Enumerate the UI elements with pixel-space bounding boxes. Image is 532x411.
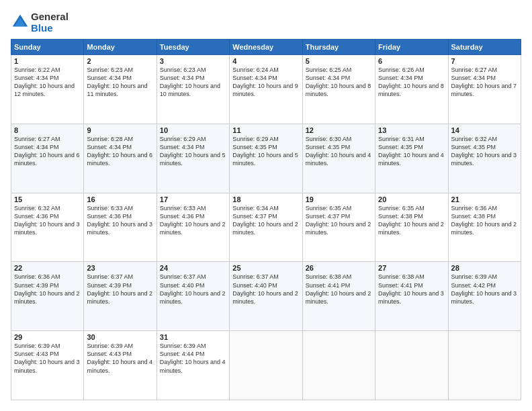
table-row: 13 Sunrise: 6:31 AM Sunset: 4:35 PM Dayl… bbox=[375, 124, 448, 193]
day-number: 31 bbox=[160, 333, 226, 341]
table-row: 25 Sunrise: 6:37 AM Sunset: 4:40 PM Dayl… bbox=[230, 262, 302, 331]
day-number: 3 bbox=[160, 57, 226, 65]
day-info: Sunrise: 6:36 AM Sunset: 4:39 PM Dayligh… bbox=[14, 273, 81, 306]
day-number: 16 bbox=[87, 195, 153, 203]
day-number: 21 bbox=[451, 195, 518, 203]
table-row: 16 Sunrise: 6:33 AM Sunset: 4:36 PM Dayl… bbox=[84, 193, 157, 262]
day-info: Sunrise: 6:35 AM Sunset: 4:37 PM Dayligh… bbox=[306, 204, 372, 237]
table-row: 6 Sunrise: 6:26 AM Sunset: 4:34 PM Dayli… bbox=[375, 55, 448, 124]
table-row: 10 Sunrise: 6:29 AM Sunset: 4:34 PM Dayl… bbox=[157, 124, 229, 193]
table-row: 3 Sunrise: 6:23 AM Sunset: 4:34 PM Dayli… bbox=[157, 55, 229, 124]
table-row bbox=[375, 331, 448, 400]
table-row: 8 Sunrise: 6:27 AM Sunset: 4:34 PM Dayli… bbox=[11, 124, 84, 193]
table-row: 7 Sunrise: 6:27 AM Sunset: 4:34 PM Dayli… bbox=[448, 55, 521, 124]
table-row bbox=[448, 331, 521, 400]
table-row: 11 Sunrise: 6:29 AM Sunset: 4:35 PM Dayl… bbox=[230, 124, 302, 193]
table-row: 21 Sunrise: 6:36 AM Sunset: 4:38 PM Dayl… bbox=[448, 193, 521, 262]
table-row: 30 Sunrise: 6:39 AM Sunset: 4:43 PM Dayl… bbox=[84, 331, 157, 400]
calendar-row: 29 Sunrise: 6:39 AM Sunset: 4:43 PM Dayl… bbox=[11, 331, 521, 400]
table-row: 24 Sunrise: 6:37 AM Sunset: 4:40 PM Dayl… bbox=[157, 262, 229, 331]
day-info: Sunrise: 6:39 AM Sunset: 4:43 PM Dayligh… bbox=[14, 342, 81, 375]
logo-text-blue: Blue bbox=[31, 22, 69, 34]
day-info: Sunrise: 6:23 AM Sunset: 4:34 PM Dayligh… bbox=[87, 66, 153, 99]
col-sunday: Sunday bbox=[11, 40, 84, 55]
day-info: Sunrise: 6:32 AM Sunset: 4:36 PM Dayligh… bbox=[14, 204, 81, 237]
day-number: 10 bbox=[160, 126, 226, 134]
day-number: 9 bbox=[87, 126, 153, 134]
day-number: 28 bbox=[451, 264, 518, 272]
day-number: 17 bbox=[160, 195, 226, 203]
logo-text-general: General bbox=[31, 11, 69, 22]
day-number: 22 bbox=[14, 264, 81, 272]
day-info: Sunrise: 6:39 AM Sunset: 4:43 PM Dayligh… bbox=[87, 342, 153, 375]
day-number: 12 bbox=[306, 126, 372, 134]
day-number: 23 bbox=[87, 264, 153, 272]
day-number: 11 bbox=[232, 126, 299, 134]
day-number: 25 bbox=[232, 264, 299, 272]
day-info: Sunrise: 6:37 AM Sunset: 4:40 PM Dayligh… bbox=[160, 273, 226, 306]
calendar-row: 1 Sunrise: 6:22 AM Sunset: 4:34 PM Dayli… bbox=[11, 55, 521, 124]
table-row: 18 Sunrise: 6:34 AM Sunset: 4:37 PM Dayl… bbox=[230, 193, 302, 262]
day-info: Sunrise: 6:38 AM Sunset: 4:41 PM Dayligh… bbox=[378, 273, 445, 306]
calendar-header-row: Sunday Monday Tuesday Wednesday Thursday… bbox=[11, 40, 521, 55]
table-row: 5 Sunrise: 6:25 AM Sunset: 4:34 PM Dayli… bbox=[302, 55, 375, 124]
day-info: Sunrise: 6:31 AM Sunset: 4:35 PM Dayligh… bbox=[378, 135, 445, 168]
day-info: Sunrise: 6:24 AM Sunset: 4:34 PM Dayligh… bbox=[232, 66, 299, 99]
day-info: Sunrise: 6:23 AM Sunset: 4:34 PM Dayligh… bbox=[160, 66, 226, 99]
calendar-row: 8 Sunrise: 6:27 AM Sunset: 4:34 PM Dayli… bbox=[11, 124, 521, 193]
table-row: 2 Sunrise: 6:23 AM Sunset: 4:34 PM Dayli… bbox=[84, 55, 157, 124]
day-info: Sunrise: 6:37 AM Sunset: 4:39 PM Dayligh… bbox=[87, 273, 153, 306]
day-info: Sunrise: 6:35 AM Sunset: 4:38 PM Dayligh… bbox=[378, 204, 445, 237]
day-info: Sunrise: 6:22 AM Sunset: 4:34 PM Dayligh… bbox=[14, 66, 81, 99]
table-row: 15 Sunrise: 6:32 AM Sunset: 4:36 PM Dayl… bbox=[11, 193, 84, 262]
table-row: 12 Sunrise: 6:30 AM Sunset: 4:35 PM Dayl… bbox=[302, 124, 375, 193]
day-info: Sunrise: 6:39 AM Sunset: 4:42 PM Dayligh… bbox=[451, 273, 518, 306]
table-row: 19 Sunrise: 6:35 AM Sunset: 4:37 PM Dayl… bbox=[302, 193, 375, 262]
day-info: Sunrise: 6:29 AM Sunset: 4:34 PM Dayligh… bbox=[160, 135, 226, 168]
col-saturday: Saturday bbox=[448, 40, 521, 55]
day-number: 8 bbox=[14, 126, 81, 134]
day-info: Sunrise: 6:33 AM Sunset: 4:36 PM Dayligh… bbox=[87, 204, 153, 237]
header: General Blue bbox=[11, 11, 521, 34]
day-info: Sunrise: 6:34 AM Sunset: 4:37 PM Dayligh… bbox=[232, 204, 299, 237]
day-number: 29 bbox=[14, 333, 81, 341]
day-info: Sunrise: 6:28 AM Sunset: 4:34 PM Dayligh… bbox=[87, 135, 153, 168]
logo-icon bbox=[11, 13, 30, 32]
logo: General Blue bbox=[11, 11, 69, 34]
day-info: Sunrise: 6:37 AM Sunset: 4:40 PM Dayligh… bbox=[232, 273, 299, 306]
table-row: 1 Sunrise: 6:22 AM Sunset: 4:34 PM Dayli… bbox=[11, 55, 84, 124]
table-row: 17 Sunrise: 6:33 AM Sunset: 4:36 PM Dayl… bbox=[157, 193, 229, 262]
table-row: 22 Sunrise: 6:36 AM Sunset: 4:39 PM Dayl… bbox=[11, 262, 84, 331]
day-number: 6 bbox=[378, 57, 445, 65]
table-row bbox=[230, 331, 302, 400]
day-number: 1 bbox=[14, 57, 81, 65]
calendar-table: Sunday Monday Tuesday Wednesday Thursday… bbox=[11, 39, 521, 400]
day-info: Sunrise: 6:26 AM Sunset: 4:34 PM Dayligh… bbox=[378, 66, 445, 99]
day-info: Sunrise: 6:32 AM Sunset: 4:35 PM Dayligh… bbox=[451, 135, 518, 168]
table-row: 9 Sunrise: 6:28 AM Sunset: 4:34 PM Dayli… bbox=[84, 124, 157, 193]
day-number: 30 bbox=[87, 333, 153, 341]
day-number: 26 bbox=[306, 264, 372, 272]
day-info: Sunrise: 6:38 AM Sunset: 4:41 PM Dayligh… bbox=[306, 273, 372, 306]
col-friday: Friday bbox=[375, 40, 448, 55]
day-number: 13 bbox=[378, 126, 445, 134]
calendar-row: 15 Sunrise: 6:32 AM Sunset: 4:36 PM Dayl… bbox=[11, 193, 521, 262]
day-number: 4 bbox=[232, 57, 299, 65]
col-monday: Monday bbox=[84, 40, 157, 55]
day-info: Sunrise: 6:36 AM Sunset: 4:38 PM Dayligh… bbox=[451, 204, 518, 237]
day-number: 15 bbox=[14, 195, 81, 203]
day-info: Sunrise: 6:29 AM Sunset: 4:35 PM Dayligh… bbox=[232, 135, 299, 168]
col-wednesday: Wednesday bbox=[230, 40, 302, 55]
day-number: 20 bbox=[378, 195, 445, 203]
day-number: 24 bbox=[160, 264, 226, 272]
day-number: 19 bbox=[306, 195, 372, 203]
calendar-row: 22 Sunrise: 6:36 AM Sunset: 4:39 PM Dayl… bbox=[11, 262, 521, 331]
table-row: 28 Sunrise: 6:39 AM Sunset: 4:42 PM Dayl… bbox=[448, 262, 521, 331]
col-thursday: Thursday bbox=[302, 40, 375, 55]
day-number: 18 bbox=[232, 195, 299, 203]
day-number: 14 bbox=[451, 126, 518, 134]
table-row: 26 Sunrise: 6:38 AM Sunset: 4:41 PM Dayl… bbox=[302, 262, 375, 331]
table-row: 4 Sunrise: 6:24 AM Sunset: 4:34 PM Dayli… bbox=[230, 55, 302, 124]
day-info: Sunrise: 6:39 AM Sunset: 4:44 PM Dayligh… bbox=[160, 342, 226, 375]
day-number: 5 bbox=[306, 57, 372, 65]
